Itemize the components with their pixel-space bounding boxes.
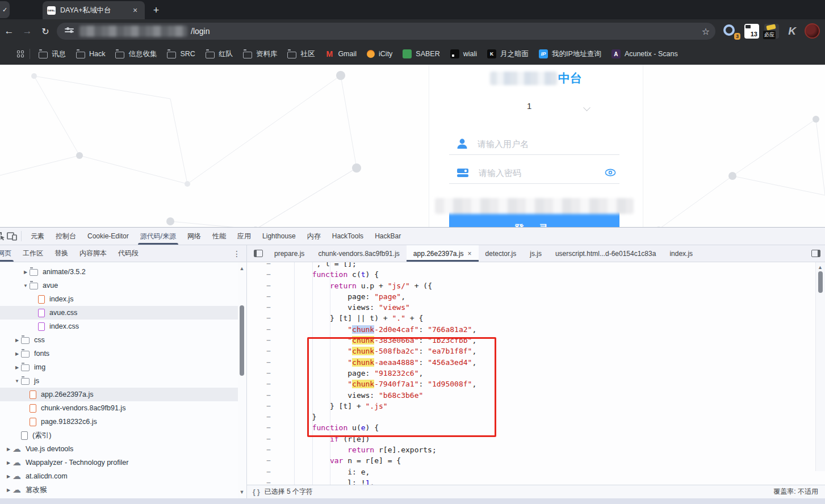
- bookmark-item[interactable]: 信息收集: [110, 47, 162, 61]
- tree-expand-icon[interactable]: ▶: [13, 365, 21, 370]
- navigator-subtab-工作区[interactable]: 工作区: [17, 245, 49, 262]
- tab-title: DAYA+私域中台: [60, 6, 130, 15]
- back-icon[interactable]: ←: [1, 23, 17, 39]
- bookmark-item[interactable]: MGmail: [320, 47, 362, 61]
- devtools-tab-内存[interactable]: 内存: [301, 228, 326, 245]
- bookmark-item[interactable]: 讯息: [33, 47, 71, 61]
- tab-close-icon[interactable]: ×: [130, 5, 140, 15]
- tree-expand-icon[interactable]: ▼: [22, 283, 30, 288]
- tree-item[interactable]: ▶☁at.alicdn.com: [0, 469, 238, 483]
- tree-item[interactable]: ▼avue: [0, 279, 238, 292]
- tree-item[interactable]: avue.css: [0, 306, 238, 320]
- tree-item[interactable]: (索引): [0, 429, 238, 442]
- scrollbar-thumb[interactable]: [240, 305, 244, 376]
- tree-item[interactable]: ▶☁篡改猴: [0, 483, 238, 497]
- tree-expand-icon[interactable]: ▶: [5, 488, 12, 493]
- devtools-tab-HackBar[interactable]: HackBar: [369, 228, 407, 245]
- bookmark-item[interactable]: 资料库: [238, 47, 283, 61]
- bookmark-item[interactable]: wiali: [445, 47, 482, 61]
- bookmark-item[interactable]: 红队: [200, 47, 238, 61]
- close-file-icon[interactable]: ×: [468, 250, 472, 258]
- new-tab-button[interactable]: +: [149, 3, 164, 18]
- tree-item[interactable]: page.918232c6.js: [0, 415, 238, 429]
- browser-tab[interactable]: DAYA+ DAYA+私域中台 ×: [43, 1, 145, 19]
- file-tab[interactable]: js.js: [523, 245, 548, 262]
- scrollbar-thumb[interactable]: [818, 271, 823, 293]
- device-toolbar-icon[interactable]: [6, 230, 18, 242]
- navigator-subtab-内容脚本[interactable]: 内容脚本: [74, 245, 112, 262]
- bookmark-item[interactable]: AAcunetix - Scans: [606, 47, 683, 61]
- extension-tab-counter-icon[interactable]: 13: [744, 24, 759, 39]
- tree-item[interactable]: ▶fonts: [0, 347, 238, 360]
- extension-proxy-icon[interactable]: 3: [723, 24, 738, 39]
- js-icon: [30, 418, 36, 426]
- tree-expand-icon[interactable]: ▼: [13, 379, 21, 384]
- tree-item[interactable]: ▶img: [0, 360, 238, 374]
- file-tab[interactable]: detector.js: [479, 245, 524, 262]
- hide-navigator-icon[interactable]: [254, 250, 263, 257]
- navigator-scrollbar[interactable]: ▲ ▼: [238, 262, 246, 498]
- background-window-tab[interactable]: ✓: [0, 1, 10, 18]
- bookmark-item[interactable]: SRC: [162, 48, 200, 61]
- scroll-down-icon[interactable]: ▼: [238, 489, 246, 495]
- inspect-element-icon[interactable]: [0, 230, 6, 242]
- devtools-tab-网络[interactable]: 网络: [182, 228, 207, 245]
- tree-item[interactable]: chunk-vendors.8ac9fb91.js: [0, 401, 238, 415]
- file-tab[interactable]: chunk-vendors.8ac9fb91.js: [311, 245, 406, 262]
- tree-item[interactable]: ▶☁Vue.js devtools: [0, 442, 238, 456]
- editor-scrollbar[interactable]: ▲: [815, 262, 825, 471]
- navigator-subtab-代码段[interactable]: 代码段: [112, 245, 144, 262]
- show-panel-icon[interactable]: [811, 250, 820, 257]
- file-tab[interactable]: index.js: [663, 245, 700, 262]
- profile-avatar[interactable]: [805, 23, 820, 39]
- tree-expand-icon[interactable]: ▶: [22, 270, 30, 275]
- scroll-up-icon[interactable]: ▲: [816, 264, 824, 270]
- tree-expand-icon[interactable]: ▶: [13, 338, 21, 343]
- tree-expand-icon[interactable]: ▶: [5, 460, 12, 465]
- devtools-tab-HackTools[interactable]: HackTools: [326, 228, 369, 245]
- tree-item[interactable]: app.26e2397a.js: [0, 388, 238, 401]
- toggle-password-visibility-icon[interactable]: [605, 169, 616, 177]
- devtools-tab-Lighthouse[interactable]: Lighthouse: [257, 228, 301, 245]
- devtools-tab-Cookie-Editor[interactable]: Cookie-Editor: [82, 228, 135, 245]
- bookmark-item[interactable]: IP我的IP地址查询: [534, 47, 606, 61]
- devtools-tab-源代码/来源[interactable]: 源代码/来源: [135, 228, 182, 245]
- tree-item[interactable]: ▶animate/3.5.2: [0, 265, 238, 279]
- apps-grid-icon[interactable]: [17, 51, 24, 57]
- file-tab[interactable]: app.26e2397a.js×: [407, 245, 479, 262]
- tree-item[interactable]: ▼js: [0, 374, 238, 388]
- devtools-tab-元素[interactable]: 元素: [25, 228, 50, 245]
- captcha-slider-redacted-blur[interactable]: [435, 198, 634, 214]
- bookmark-star-icon[interactable]: ☆: [702, 26, 710, 37]
- tree-expand-icon[interactable]: ▶: [13, 351, 21, 356]
- bookmark-item[interactable]: iCity: [362, 48, 397, 60]
- address-bar[interactable]: /login ☆: [57, 23, 715, 40]
- username-input[interactable]: [476, 138, 619, 149]
- forward-icon[interactable]: →: [19, 23, 35, 39]
- extension-bing-icon[interactable]: 必应: [764, 24, 779, 39]
- tree-item[interactable]: index.css: [0, 320, 238, 333]
- tree-item[interactable]: index.js: [0, 292, 238, 306]
- navigator-subtab-替换[interactable]: 替换: [49, 245, 74, 262]
- devtools-tab-性能[interactable]: 性能: [207, 228, 232, 245]
- tree-item[interactable]: ▶css: [0, 333, 238, 347]
- tree-item[interactable]: ▶☁Wappalyzer - Technology profiler: [0, 456, 238, 469]
- tree-expand-icon[interactable]: ▶: [5, 474, 12, 479]
- site-settings-icon[interactable]: [65, 27, 74, 36]
- tree-expand-icon[interactable]: ▶: [5, 447, 12, 452]
- scroll-up-icon[interactable]: ▲: [238, 266, 246, 271]
- bookmark-item[interactable]: 社区: [282, 47, 320, 61]
- tenant-select[interactable]: 1: [429, 100, 643, 115]
- password-input[interactable]: [478, 167, 598, 178]
- more-options-icon[interactable]: ⋮: [233, 249, 241, 258]
- extension-k-icon[interactable]: K: [785, 24, 799, 39]
- bookmark-item[interactable]: SABER: [397, 47, 445, 61]
- file-tab[interactable]: prepare.js: [267, 245, 311, 262]
- devtools-tab-控制台[interactable]: 控制台: [50, 228, 82, 245]
- navigator-subtab-网页[interactable]: 网页: [0, 245, 17, 262]
- bookmark-item[interactable]: Hack: [71, 48, 110, 61]
- reload-icon[interactable]: ↻: [37, 23, 53, 39]
- file-tab[interactable]: userscript.html...d-6e0154c1c83a: [548, 245, 663, 262]
- devtools-tab-应用[interactable]: 应用: [232, 228, 257, 245]
- bookmark-item[interactable]: K月之暗面: [482, 47, 534, 61]
